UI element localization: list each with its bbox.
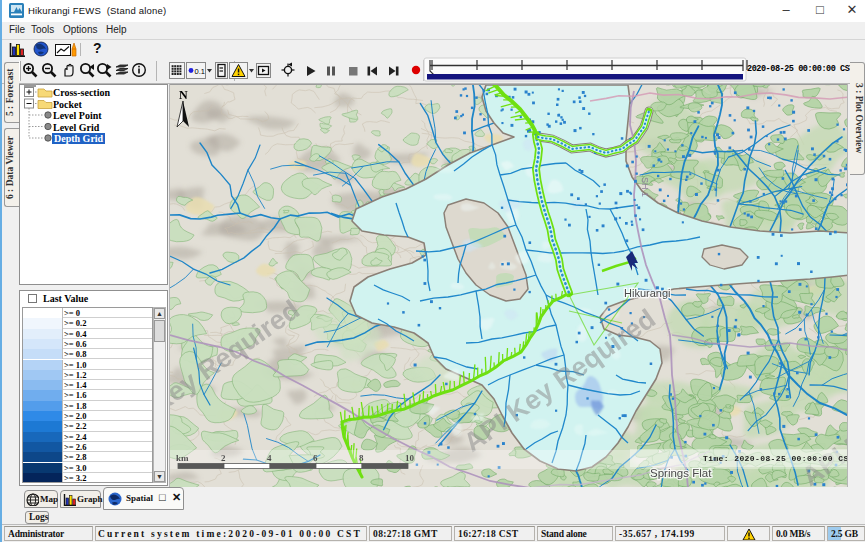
- svg-text:SH 1: SH 1: [640, 177, 650, 197]
- svg-text:Time: 2020-08-25 00:00:00 CST: Time: 2020-08-25 00:00:00 CST: [703, 454, 847, 463]
- svg-text:Hikurangi: Hikurangi: [624, 287, 670, 299]
- svg-text:N: N: [179, 88, 188, 102]
